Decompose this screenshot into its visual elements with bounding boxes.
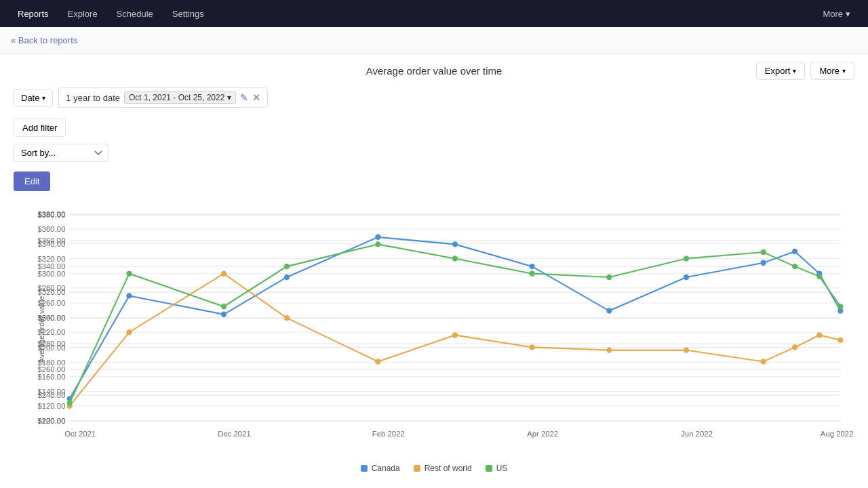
us-point: [67, 401, 73, 406]
chart-legend: Canada Rest of world US: [14, 464, 854, 479]
svg-text:Dec 2021: Dec 2021: [218, 430, 251, 438]
date-range-badge[interactable]: Oct 1, 2021 - Oct 25, 2022 ▾: [124, 92, 236, 104]
us-point: [761, 249, 766, 255]
row-point: [761, 359, 766, 364]
sort-row: Sort by...: [14, 144, 854, 162]
remove-filter-icon[interactable]: ✕: [252, 92, 260, 103]
svg-text:Oct 2021: Oct 2021: [64, 430, 96, 438]
add-filter-button[interactable]: Add filter: [14, 119, 66, 137]
nav-item-schedule[interactable]: Schedule: [107, 0, 163, 27]
more-button[interactable]: More: [810, 62, 854, 80]
legend-canada: Canada: [361, 464, 400, 473]
canada-point: [761, 260, 766, 266]
row-point: [684, 347, 689, 352]
svg-text:$340.00: $340.00: [37, 239, 65, 247]
chevron-down-icon: ▾: [846, 9, 850, 19]
canada-point: [684, 274, 689, 280]
row-point: [606, 347, 612, 352]
export-button[interactable]: Export: [756, 62, 806, 80]
edit-filter-icon[interactable]: ✎: [240, 92, 248, 103]
main-content: Average order value over time Export Mor…: [0, 54, 868, 488]
row-point: [816, 332, 822, 338]
us-point: [126, 270, 132, 276]
us-point: [792, 264, 797, 269]
canada-point: [530, 264, 535, 269]
date-range-filter: 1 year to date Oct 1, 2021 - Oct 25, 202…: [58, 87, 268, 108]
edit-button[interactable]: Edit: [14, 171, 50, 191]
date-filter-button[interactable]: Date: [14, 89, 53, 107]
svg-text:Aug 2022: Aug 2022: [821, 430, 854, 438]
legend-us: US: [486, 464, 508, 473]
legend-canada-label: Canada: [372, 464, 400, 473]
us-point: [375, 241, 380, 247]
us-line: [70, 244, 841, 403]
legend-row-dot: [414, 465, 420, 472]
canada-point: [606, 308, 612, 313]
canada-point: [126, 293, 132, 298]
svg-text:$380.00: $380.00: [37, 210, 65, 218]
us-point: [284, 264, 290, 269]
row-point: [375, 359, 380, 364]
nav-item-explore[interactable]: Explore: [58, 0, 107, 27]
us-point: [837, 304, 843, 309]
canada-point: [452, 241, 458, 247]
filters-row: Date 1 year to date Oct 1, 2021 - Oct 25…: [14, 87, 854, 108]
canada-point: [221, 312, 226, 317]
chart-svg: $380.00 $360.00 $340.00 $320.00 $300.00 …: [14, 201, 854, 458]
row-point: [452, 332, 458, 338]
legend-row: Rest of world: [414, 464, 472, 473]
chevron-down-icon: ▾: [227, 93, 231, 102]
svg-text:$300.00: $300.00: [37, 270, 65, 278]
us-point: [530, 270, 535, 276]
svg-text:Apr 2022: Apr 2022: [527, 430, 558, 438]
row-point: [530, 344, 535, 350]
svg-text:Jun 2022: Jun 2022: [681, 430, 713, 438]
svg-text:$360.00: $360.00: [37, 225, 65, 233]
legend-row-label: Rest of world: [425, 464, 472, 473]
us-point: [684, 256, 689, 261]
svg-text:Feb 2022: Feb 2022: [372, 430, 405, 438]
legend-us-dot: [486, 465, 492, 472]
svg-text:$140.00: $140.00: [37, 388, 65, 396]
svg-text:$280.00: $280.00: [37, 284, 65, 292]
us-point: [816, 274, 822, 279]
row-point: [284, 315, 290, 321]
y-axis-label: Average order value: [37, 296, 45, 363]
top-navigation: Reports Explore Schedule Settings More ▾: [0, 0, 868, 27]
nav-right: More ▾: [813, 9, 860, 19]
nav-item-settings[interactable]: Settings: [163, 0, 214, 27]
chart-title-row: Average order value over time Export Mor…: [14, 65, 854, 77]
chart-actions: Export More: [756, 62, 854, 80]
canada-point: [284, 274, 290, 280]
chart-title: Average order value over time: [366, 65, 502, 77]
us-point: [221, 304, 226, 309]
nav-more-button[interactable]: More ▾: [813, 9, 860, 19]
breadcrumb[interactable]: « Back to reports: [0, 27, 868, 54]
period-label: 1 year to date: [66, 93, 120, 103]
row-point: [837, 338, 843, 343]
us-point: [452, 256, 458, 261]
chart-container: Average order value: [14, 201, 854, 458]
row-point: [792, 344, 797, 350]
row-point: [126, 329, 132, 335]
canada-point: [375, 235, 380, 240]
svg-text:$120.00: $120.00: [37, 402, 65, 410]
svg-text:$160.00: $160.00: [37, 373, 65, 381]
legend-canada-dot: [361, 465, 368, 472]
nav-item-reports[interactable]: Reports: [8, 0, 58, 27]
canada-point: [792, 249, 797, 254]
date-range-text: Oct 1, 2021 - Oct 25, 2022: [129, 93, 224, 102]
svg-text:$100.00: $100.00: [37, 417, 65, 425]
sort-select[interactable]: Sort by...: [14, 144, 108, 162]
svg-text:$320.00: $320.00: [37, 255, 65, 263]
row-point: [221, 270, 226, 276]
us-point: [606, 274, 612, 280]
legend-us-label: US: [496, 464, 508, 473]
